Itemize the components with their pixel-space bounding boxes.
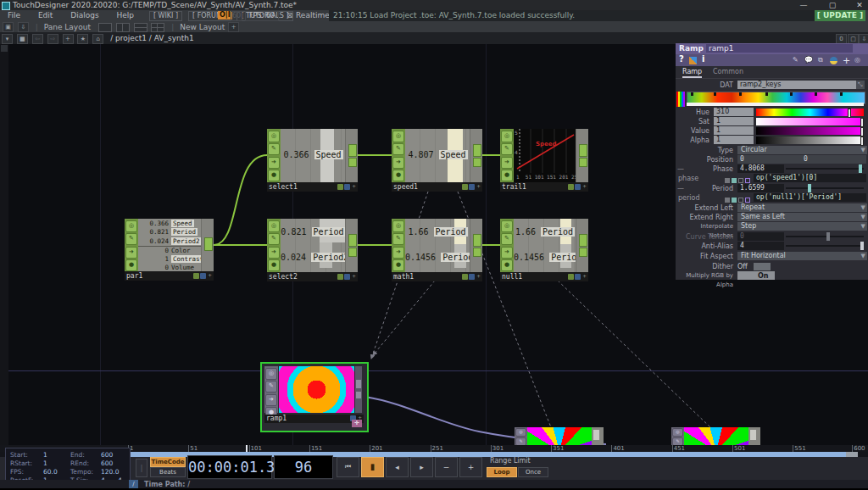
top-viewer[interactable] [527, 427, 592, 445]
node-bypass-flag-icon[interactable]: ➜ [501, 157, 513, 169]
node-edit-flag-icon[interactable]: ✎ [268, 143, 280, 155]
ramp-key[interactable] [765, 92, 768, 96]
tab-ramp[interactable]: Ramp [682, 68, 702, 78]
save-layout-icon[interactable]: ▣ [3, 22, 14, 32]
forward-icon[interactable]: ⇨ [47, 34, 58, 44]
node-name-label[interactable]: select2+ [267, 272, 358, 281]
info-icon[interactable]: i [702, 54, 704, 64]
position-y-field[interactable]: 0 [801, 155, 866, 164]
node-flags[interactable]: ◎ ✎ ➜ ● [267, 129, 281, 182]
alpha-slider[interactable] [756, 136, 864, 144]
jump-to-start-button[interactable]: ⏮ [337, 457, 359, 477]
anchor-icon[interactable]: ⇩ [18, 22, 29, 32]
period-value-field[interactable]: 1.6599 [737, 184, 784, 192]
layout-preset-vsplit[interactable] [116, 23, 130, 32]
output-connector[interactable] [750, 430, 756, 440]
new-layout-add-button[interactable]: + [228, 22, 239, 32]
pane-dropdown-icon[interactable]: ▾ [2, 34, 13, 44]
edit-expressions-icon[interactable]: ✎ [793, 56, 798, 64]
alpha-field[interactable]: 1 [714, 136, 754, 144]
node-trail1[interactable]: ◎ ✎ ➜ ● 5 4 Speed 1 51 101 151 201 25 [500, 129, 588, 192]
mode-constant-icon[interactable] [725, 198, 730, 203]
minimize-button[interactable]: — [795, 0, 812, 10]
home-icon[interactable]: ⌂ [92, 34, 103, 44]
sat-slider[interactable] [756, 118, 864, 125]
output-connector[interactable] [356, 380, 361, 388]
node-bypass-flag-icon[interactable]: ➜ [125, 247, 137, 259]
node-viewer-flag-icon[interactable]: ◎ [268, 131, 280, 142]
node-select1[interactable]: ◎ ✎ ➜ ● 0.366 Speed select1+ [267, 129, 358, 192]
python-icon[interactable] [830, 57, 837, 64]
time-path-icon[interactable]: / [129, 480, 138, 488]
node-edit-flag-icon[interactable]: ✎ [392, 233, 404, 245]
wiki-button[interactable]: [ WIKI ] [149, 11, 182, 21]
phase-slider[interactable] [786, 168, 864, 170]
step-back-button[interactable]: ◂ [386, 457, 409, 477]
node-viewer-flag-icon[interactable]: ◎ [392, 131, 404, 142]
output-connector[interactable] [348, 144, 357, 157]
maximize-button[interactable]: ▢ [824, 0, 841, 10]
hue-slider[interactable] [756, 109, 864, 116]
menu-file[interactable]: File [0, 10, 28, 21]
output-connector[interactable] [348, 234, 357, 247]
dat-field[interactable]: ramp2_keys [737, 81, 856, 89]
node-viewer-flag-icon[interactable]: ◎ [268, 220, 280, 232]
fps-display[interactable]: FPS: 60 [245, 11, 279, 21]
output-connector[interactable] [473, 158, 481, 167]
mode-constant-icon[interactable] [725, 178, 730, 183]
output-connector[interactable] [579, 234, 587, 247]
node-name-label[interactable]: null1+ [500, 272, 588, 281]
output-connector[interactable] [593, 430, 599, 440]
top-viewer[interactable] [684, 427, 748, 445]
sat-field[interactable]: 1 [714, 117, 754, 125]
node-top-b[interactable]: ◎ ✎ [671, 427, 760, 445]
menu-edit[interactable]: Edit [31, 10, 60, 21]
node-name-label[interactable]: speed1+ [392, 182, 482, 192]
param-title-bar[interactable]: Ramp ramp1 [676, 43, 868, 54]
curve-tension-slider[interactable] [786, 236, 864, 237]
node-export-flag-icon[interactable]: ● [501, 259, 513, 271]
pane-corner-button[interactable] [1, 45, 8, 52]
node-flags[interactable]: ◎ ✎ ➜ ● [125, 219, 138, 271]
output-connector[interactable] [579, 144, 587, 157]
node-viewer-flag-icon[interactable]: ◎ [265, 368, 277, 380]
node-edit-flag-icon[interactable]: ✎ [125, 233, 137, 245]
node-viewer-flag-icon[interactable]: ◎ [501, 220, 513, 232]
stop-icon[interactable]: ■ [17, 34, 28, 44]
ramp-key[interactable] [691, 92, 693, 96]
period-slider[interactable] [786, 187, 864, 189]
node-viewer[interactable]: 1.66 Period 0.1456 Period2 [405, 219, 470, 272]
node-null1[interactable]: ◎ ✎ ➜ ● 1.66 Period 0.1456 Period2 null1… [500, 219, 588, 281]
help-icon[interactable]: ? [679, 54, 684, 64]
beats-mode-button[interactable]: Beats [150, 467, 186, 477]
mode-bind-icon[interactable] [745, 198, 750, 203]
node-bypass-flag-icon[interactable]: ➜ [265, 394, 277, 406]
multiply-rgb-toggle[interactable]: On [737, 271, 775, 280]
node-flags[interactable]: ◎ ✎ ➜ ● [267, 219, 281, 272]
layout-preset-single[interactable] [98, 23, 112, 32]
node-edit-flag-icon[interactable]: ✎ [265, 381, 277, 393]
node-bypass-flag-icon[interactable]: ➜ [268, 247, 280, 259]
node-name-label[interactable]: par1+ [125, 271, 214, 281]
mode-expression-icon[interactable] [732, 178, 737, 183]
language-icon[interactable] [689, 57, 697, 64]
value-field[interactable]: 1 [714, 126, 754, 135]
pause-button[interactable]: ▮ [361, 457, 384, 477]
back-icon[interactable]: ⇦ [32, 34, 43, 44]
node-math1[interactable]: ◎ ✎ ➜ ● 1.66 Period 0.1456 Period2 math1… [392, 219, 482, 281]
layout-preset-hsplit[interactable] [134, 23, 147, 32]
node-edit-flag-icon[interactable]: ✎ [268, 233, 280, 245]
timeline-options-button[interactable]: | [136, 459, 147, 477]
copy-parameters-icon[interactable]: ⧉ [818, 56, 823, 64]
menu-dialogs[interactable]: Dialogs [63, 10, 106, 21]
update-button[interactable]: [ UPDATE ] [815, 10, 865, 21]
phase-value-field[interactable]: 4.8068 [737, 164, 784, 173]
step-forward-button[interactable]: ▸ [410, 457, 433, 477]
ramp-alpha-strip[interactable] [687, 103, 864, 106]
realtime-label[interactable]: Realtime [296, 10, 330, 21]
antialias-slider[interactable] [786, 245, 864, 247]
node-flags[interactable]: ◎ ✎ ➜ ● [392, 129, 405, 182]
ramp-key[interactable] [714, 92, 716, 96]
period-expression-field[interactable]: op('null1')['Period'] [754, 193, 866, 202]
mode-bind-icon[interactable] [745, 178, 750, 183]
